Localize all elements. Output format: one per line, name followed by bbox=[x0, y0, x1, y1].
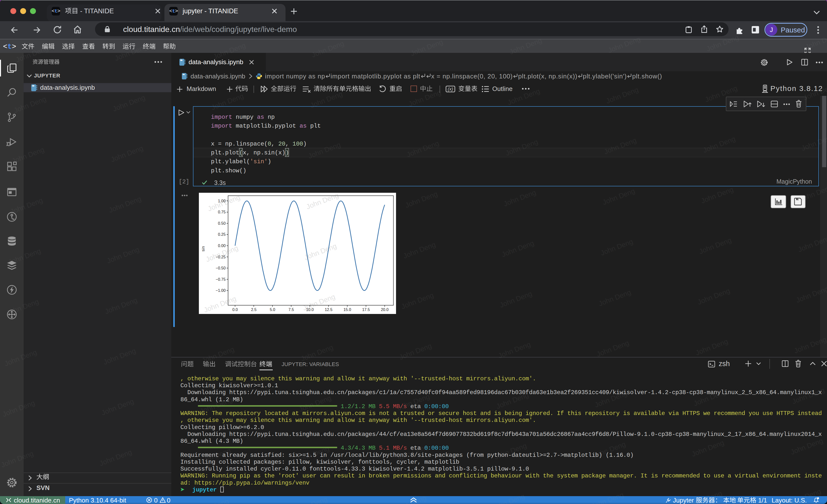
svg-text:−0.75: −0.75 bbox=[215, 277, 226, 281]
svg-text:15.0: 15.0 bbox=[343, 307, 351, 312]
svg-text:−0.25: −0.25 bbox=[215, 255, 226, 259]
svg-text:0.75: 0.75 bbox=[218, 210, 226, 214]
svg-text:0.25: 0.25 bbox=[218, 232, 226, 236]
svg-text:17.5: 17.5 bbox=[362, 307, 370, 312]
svg-text:5.0: 5.0 bbox=[270, 307, 275, 312]
svg-text:2.5: 2.5 bbox=[251, 307, 256, 312]
svg-text:0.00: 0.00 bbox=[218, 244, 226, 248]
svg-text:−1.00: −1.00 bbox=[215, 288, 226, 292]
svg-text:sin: sin bbox=[201, 246, 205, 251]
svg-text:10.0: 10.0 bbox=[306, 307, 313, 312]
svg-text:1.00: 1.00 bbox=[218, 199, 226, 203]
svg-text:7.5: 7.5 bbox=[288, 307, 294, 312]
svg-text:20.0: 20.0 bbox=[381, 307, 388, 312]
svg-text:0.0: 0.0 bbox=[232, 307, 238, 312]
svg-text:−0.50: −0.50 bbox=[215, 266, 226, 270]
svg-text:0.50: 0.50 bbox=[218, 221, 226, 225]
svg-text:(x): (x) bbox=[448, 86, 453, 92]
svg-text:12.5: 12.5 bbox=[325, 307, 332, 312]
